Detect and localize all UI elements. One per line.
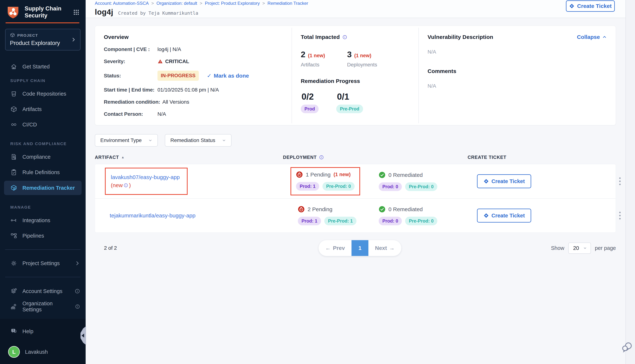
page-size-select[interactable]: 20: [568, 242, 591, 254]
sidebar-item-label: Account Settings: [23, 288, 63, 294]
sidebar-divider: [5, 277, 81, 277]
create-ticket-button[interactable]: Create Ticket: [477, 208, 531, 222]
sidebar-item-remediation-tracker[interactable]: Remediation Tracker: [4, 181, 82, 195]
sidebar-item-help[interactable]: ? Help: [0, 324, 86, 338]
pagination-pill: ←Prev 1 Next→: [318, 240, 401, 256]
preprod-badge: Pre-Prod: 0: [405, 182, 437, 191]
help-chat-icon: ?: [10, 328, 17, 335]
info-icon[interactable]: [123, 183, 128, 188]
prod-badge: Prod: 1: [298, 217, 321, 225]
main-content: Account: Automation-SSCA > Organization:…: [86, 0, 625, 364]
comments-heading: Comments: [428, 68, 607, 74]
artifacts-new-count: (1 new): [308, 53, 325, 58]
integrations-icon: [10, 217, 17, 224]
user-menu[interactable]: L Lavakush: [0, 345, 86, 359]
breadcrumb-link-project[interactable]: Project: Product Exploratory: [205, 1, 260, 6]
remediated-count: 0 Remediated: [388, 206, 423, 212]
sidebar-header: Supply Chain Security: [0, 0, 86, 24]
ticket-diamond-icon: [569, 3, 574, 9]
impacted-artifacts-stat: 2(1 new) Artifacts: [301, 50, 325, 68]
pipelines-icon: [10, 232, 17, 239]
contact-person-label: Contact Person:: [104, 111, 157, 117]
breadcrumb-link-remediation-tracker[interactable]: Remediation Tracker: [268, 1, 308, 6]
collapse-arrow-icon: [82, 334, 84, 338]
preprod-badge: Pre-Prod: 1: [324, 217, 356, 225]
remediated-cell: 0 Remediated Prod: 0Pre-Prod: 0: [379, 206, 477, 225]
sidebar-item-code-repositories[interactable]: Code Repositories: [0, 87, 86, 101]
sidebar-footer: ? Help L Lavakush: [0, 319, 86, 364]
next-page-button[interactable]: Next→: [368, 240, 401, 256]
sidebar-item-artifacts[interactable]: Artifacts: [0, 102, 86, 116]
sidebar-item-get-started[interactable]: Get Started: [0, 60, 86, 74]
project-selector[interactable]: PROJECT Product Exploratory: [5, 29, 81, 50]
module-grid-icon[interactable]: [72, 8, 80, 16]
remediated-check-icon: [379, 172, 385, 178]
contact-person-value: N/A: [157, 111, 283, 117]
row-menu-kebab-icon[interactable]: [617, 176, 622, 187]
avatar: L: [8, 346, 20, 358]
artifacts-stat-label: Artifacts: [301, 62, 325, 68]
pagination-bar: 2 of 2 ←Prev 1 Next→ Show 20 per page: [95, 240, 616, 256]
impacted-deployments-stat: 3(1 new) Deployments: [347, 50, 377, 68]
per-page-label: per page: [595, 245, 616, 251]
page-size-control: Show 20 per page: [551, 242, 616, 254]
sidebar-item-rule-definitions[interactable]: Rule Definitions: [0, 165, 86, 179]
sidebar-item-account-settings[interactable]: Account Settings: [0, 284, 86, 298]
page-number-button[interactable]: 1: [351, 240, 368, 256]
result-count: 2 of 2: [104, 245, 318, 251]
impact-column: Total Impacted 2(1 new) Artifacts 3(1 ne…: [292, 28, 418, 123]
create-ticket-button[interactable]: Create Ticket: [477, 174, 531, 188]
column-header-artifact[interactable]: ARTIFACT▲: [95, 155, 283, 160]
support-chat-icon[interactable]: [621, 341, 633, 353]
component-cve-value: log4j | N/A: [157, 46, 283, 52]
environment-type-filter[interactable]: Environment Type: [95, 134, 158, 146]
prev-page-button[interactable]: ←Prev: [319, 240, 351, 256]
preprod-badge: Pre-Prod: 0: [405, 217, 437, 225]
overview-column: Overview Component | CVE :log4j | N/A Se…: [95, 26, 292, 125]
deployment-cell: 2 Pending Prod: 1Pre-Prod: 1: [292, 206, 379, 225]
sidebar-item-integrations[interactable]: Integrations: [0, 213, 86, 227]
mark-as-done-button[interactable]: ✓Mark as done: [207, 72, 249, 79]
remediated-cell: 0 Remediated Prod: 0Pre-Prod: 0: [379, 172, 477, 191]
sidebar-item-compliance[interactable]: Compliance: [0, 150, 86, 164]
create-ticket-button[interactable]: Create Ticket: [566, 0, 615, 12]
sidebar-section-manage: MANAGE: [0, 204, 86, 210]
remediation-table: lavakush07/easy-buggy-app (new) 1 Pendin…: [95, 164, 616, 233]
chevron-down-icon: [583, 246, 587, 250]
sidebar-item-organization-settings[interactable]: Organization Settings: [0, 300, 86, 314]
time-label: Start time | End time:: [104, 87, 157, 93]
sidebar-item-project-settings[interactable]: Project Settings: [0, 256, 86, 270]
deployments-new-count: (1 new): [354, 53, 371, 58]
remediation-status-filter[interactable]: Remediation Status: [165, 134, 231, 146]
filter-bar: Environment Type Remediation Status: [95, 134, 616, 146]
info-icon[interactable]: [319, 155, 324, 160]
app-root: Supply Chain Security PROJECT Product Ex…: [0, 0, 635, 364]
create-ticket-cell: Create Ticket: [477, 174, 606, 188]
breadcrumb-link-organization[interactable]: Organization: default: [156, 1, 197, 6]
home-icon: [10, 63, 17, 70]
info-icon[interactable]: [342, 35, 347, 40]
status-badge: IN-PROGRESS: [157, 71, 199, 81]
column-header-deployment: DEPLOYMENT: [283, 155, 369, 160]
sidebar-item-label: Help: [23, 328, 34, 334]
breadcrumb-separator: >: [151, 1, 154, 6]
sidebar-divider: [5, 249, 81, 250]
sidebar-item-label: Code Repositories: [23, 91, 66, 97]
new-artifact-tag: (new): [111, 181, 131, 189]
artifact-link[interactable]: lavakush07/easy-buggy-app (new): [111, 173, 182, 189]
sidebar-item-pipelines[interactable]: Pipelines: [0, 229, 86, 243]
show-label: Show: [551, 245, 564, 251]
artifact-link[interactable]: tejakummarikuntla/easy-buggy-app: [110, 212, 292, 220]
scrollbar-track[interactable]: [625, 0, 635, 364]
breadcrumb-link-account[interactable]: Account: Automation-SSCA: [95, 1, 149, 6]
remediated-count: 0 Remediated: [388, 172, 423, 178]
row-menu-kebab-icon[interactable]: [617, 210, 622, 221]
sidebar-item-cicd[interactable]: CI/CD: [0, 118, 86, 132]
project-cube-icon: [10, 32, 15, 38]
collapse-button[interactable]: Collapse: [577, 34, 607, 40]
severity-value: CRITICAL: [157, 58, 283, 64]
time-value: 01/10/2025 01:08 pm | N/A: [157, 87, 283, 93]
user-name: Lavakush: [25, 349, 48, 355]
chevron-down-icon: [148, 138, 153, 143]
warning-triangle-icon: [157, 59, 163, 64]
